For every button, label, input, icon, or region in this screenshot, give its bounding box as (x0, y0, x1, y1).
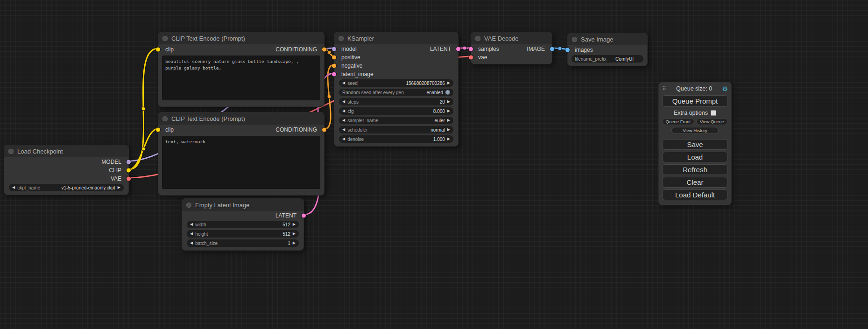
node-title-bar[interactable]: CLIP Text Encode (Prompt) (158, 112, 324, 125)
decrement-arrow-icon[interactable]: ◀ (12, 186, 15, 189)
decrement-arrow-icon[interactable]: ◀ (342, 109, 345, 113)
widget-sampler-name[interactable]: ◀ sampler_name euler ▶ (339, 117, 453, 124)
increment-arrow-icon[interactable]: ▶ (293, 223, 296, 226)
node-title-bar[interactable]: Load Checkpoint (4, 145, 128, 157)
settings-gear-icon[interactable]: ⚙ (722, 85, 728, 92)
decrement-arrow-icon[interactable]: ◀ (342, 119, 345, 122)
refresh-button[interactable]: Refresh (662, 164, 728, 175)
save-button[interactable]: Save (662, 139, 728, 150)
output-slot-clip[interactable] (127, 168, 131, 173)
widget-width[interactable]: ◀ width 512 ▶ (187, 221, 299, 228)
node-save-image[interactable]: Save Image images filename_prefix ComfyU… (567, 33, 648, 66)
positive-prompt-textarea[interactable]: beautiful scenery nature glass bottle la… (162, 56, 320, 100)
node-clip-text-encode-positive[interactable]: CLIP Text Encode (Prompt) clip CONDITION… (158, 32, 325, 107)
output-slot-conditioning[interactable] (322, 48, 326, 52)
collapse-dot-icon[interactable] (339, 36, 344, 41)
input-slot-model[interactable] (332, 47, 336, 51)
increment-arrow-icon[interactable]: ▶ (447, 137, 450, 141)
increment-arrow-icon[interactable]: ▶ (447, 128, 450, 132)
decrement-arrow-icon[interactable]: ◀ (342, 137, 345, 141)
node-title: KSampler (347, 35, 374, 42)
drag-handle-icon[interactable]: ⠿ (662, 85, 666, 92)
widget-ckpt-name[interactable]: ◀ ckpt_name v1-5-pruned-emaonly.ckpt ▶ (9, 184, 124, 191)
node-vae-decode[interactable]: VAE Decode samples IMAGE vae (471, 32, 552, 64)
collapse-dot-icon[interactable] (186, 203, 191, 208)
node-title-bar[interactable]: CLIP Text Encode (Prompt) (158, 32, 324, 44)
node-title-bar[interactable]: Save Image (568, 33, 647, 45)
node-empty-latent-image[interactable]: Empty Latent Image LATENT ◀ width 512 ▶ … (182, 198, 304, 251)
node-title: VAE Decode (484, 35, 518, 42)
collapse-dot-icon[interactable] (8, 149, 14, 154)
view-history-button[interactable]: View History (671, 127, 719, 134)
load-default-button[interactable]: Load Default (662, 189, 728, 200)
input-slot-vae[interactable] (469, 56, 473, 60)
widget-steps[interactable]: ◀ steps 20 ▶ (339, 98, 453, 105)
output-slot-image[interactable] (550, 47, 554, 51)
widget-seed[interactable]: ◀ seed 156680208700286 ▶ (339, 79, 453, 87)
decrement-arrow-icon[interactable]: ◀ (190, 223, 193, 226)
view-queue-button[interactable]: View Queue (696, 118, 728, 125)
node-title-bar[interactable]: Empty Latent Image (182, 199, 303, 211)
input-slot-images[interactable] (565, 48, 570, 52)
decrement-arrow-icon[interactable]: ◀ (342, 128, 345, 132)
widget-height[interactable]: ◀ height 512 ▶ (187, 230, 299, 238)
widget-scheduler[interactable]: ◀ scheduler normal ▶ (339, 126, 453, 133)
queue-menu-panel: ⠿ Queue size: 0 ⚙ Queue Prompt Extra opt… (658, 82, 732, 205)
input-label-vae: vae (478, 54, 487, 61)
input-slot-positive[interactable] (332, 56, 336, 60)
node-title-bar[interactable]: VAE Decode (471, 32, 552, 44)
extra-options-checkbox[interactable] (711, 110, 716, 116)
node-title: CLIP Text Encode (Prompt) (171, 35, 245, 42)
widget-filename-prefix[interactable]: filename_prefix ComfyUI (572, 55, 643, 63)
increment-arrow-icon[interactable]: ▶ (447, 100, 450, 104)
input-row-negative: negative (334, 62, 458, 70)
input-slot-clip[interactable] (156, 128, 160, 132)
increment-arrow-icon[interactable]: ▶ (118, 186, 120, 189)
widget-label: scheduler (347, 127, 367, 133)
widget-cfg[interactable]: ◀ cfg 8.000 ▶ (339, 107, 453, 115)
input-slot-latent-image[interactable] (332, 72, 336, 77)
node-title: CLIP Text Encode (Prompt) (171, 115, 245, 122)
input-slot-samples[interactable] (469, 47, 473, 51)
input-slot-negative[interactable] (332, 64, 336, 68)
widget-value: 512 (282, 231, 290, 237)
widget-random-seed-toggle[interactable]: Random seed after every gen enabled (339, 89, 453, 96)
widget-value: v1-5-pruned-emaonly.ckpt (61, 185, 115, 190)
widget-batch-size[interactable]: ◀ batch_size 1 ▶ (187, 239, 299, 247)
increment-arrow-icon[interactable]: ▶ (293, 241, 296, 245)
input-label-clip: clip (165, 126, 174, 133)
slot-row-model-latent: model LATENT (334, 45, 458, 53)
queue-front-button[interactable]: Queue Front (662, 118, 694, 125)
collapse-dot-icon[interactable] (572, 37, 577, 42)
decrement-arrow-icon[interactable]: ◀ (190, 232, 193, 236)
clear-button[interactable]: Clear (662, 177, 728, 188)
output-slot-vae[interactable] (127, 177, 131, 181)
node-graph-canvas[interactable]: Load Checkpoint MODEL CLIP VAE ◀ ckpt_na… (0, 0, 868, 329)
toggle-ball-icon[interactable] (445, 90, 450, 95)
node-ksampler[interactable]: KSampler model LATENT positive negative … (334, 32, 459, 147)
queue-prompt-button[interactable]: Queue Prompt (662, 95, 728, 107)
node-title-bar[interactable]: KSampler (334, 32, 458, 44)
node-load-checkpoint[interactable]: Load Checkpoint MODEL CLIP VAE ◀ ckpt_na… (4, 145, 129, 195)
decrement-arrow-icon[interactable]: ◀ (190, 241, 193, 245)
collapse-dot-icon[interactable] (162, 116, 168, 121)
load-button[interactable]: Load (662, 152, 728, 162)
increment-arrow-icon[interactable]: ▶ (447, 109, 450, 113)
collapse-dot-icon[interactable] (162, 36, 168, 41)
output-slot-latent[interactable] (456, 47, 460, 51)
input-slot-clip[interactable] (156, 48, 160, 52)
negative-prompt-textarea[interactable]: text, watermark (162, 136, 320, 189)
decrement-arrow-icon[interactable]: ◀ (342, 100, 345, 104)
increment-arrow-icon[interactable]: ▶ (447, 81, 450, 85)
output-label-conditioning: CONDITIONING (275, 46, 317, 53)
output-slot-latent[interactable] (302, 214, 306, 218)
increment-arrow-icon[interactable]: ▶ (293, 232, 296, 236)
increment-arrow-icon[interactable]: ▶ (447, 119, 450, 122)
collapse-dot-icon[interactable] (475, 36, 480, 41)
node-clip-text-encode-negative[interactable]: CLIP Text Encode (Prompt) clip CONDITION… (158, 112, 325, 196)
output-slot-conditioning[interactable] (322, 128, 326, 132)
widget-denoise[interactable]: ◀ denoise 1.000 ▶ (339, 135, 453, 143)
output-slot-model[interactable] (127, 160, 131, 164)
decrement-arrow-icon[interactable]: ◀ (342, 81, 345, 85)
input-label-samples: samples (478, 46, 499, 52)
